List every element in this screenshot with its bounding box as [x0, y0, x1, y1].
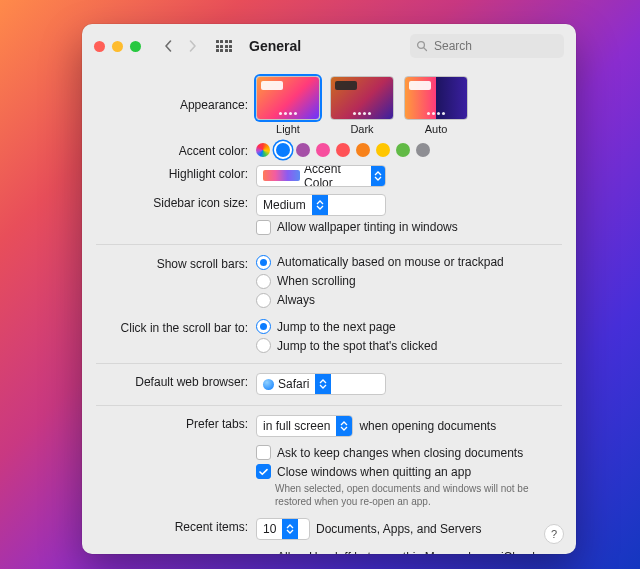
chevron-updown-icon [336, 416, 352, 436]
appearance-caption: Auto [425, 123, 448, 135]
radio-label: Jump to the next page [277, 320, 396, 334]
appearance-thumb-auto [404, 76, 468, 120]
highlight-swatch-icon [263, 170, 300, 181]
divider [96, 244, 562, 245]
accent-label: Accent color: [96, 142, 256, 158]
radio-label: Always [277, 293, 315, 307]
zoom-window-button[interactable] [130, 41, 141, 52]
divider [96, 363, 562, 364]
chevron-updown-icon [371, 166, 385, 186]
search-input[interactable] [432, 38, 558, 54]
wallpaper-tint-checkbox[interactable]: Allow wallpaper tinting in windows [256, 220, 562, 235]
scroll-bars-group: Automatically based on mouse or trackpad… [256, 255, 562, 308]
close-windows-label: Close windows when quitting an app [277, 465, 471, 479]
ask-keep-checkbox[interactable]: Ask to keep changes when closing documen… [256, 445, 562, 460]
highlight-select[interactable]: Accent Color [256, 165, 386, 187]
recent-items-suffix: Documents, Apps, and Servers [316, 522, 481, 536]
appearance-caption: Dark [350, 123, 373, 135]
recent-items-value: 10 [257, 522, 282, 536]
sidebar-icon-select[interactable]: Medium [256, 194, 386, 216]
forward-button[interactable] [181, 35, 203, 57]
accent-swatch[interactable] [336, 143, 350, 157]
accent-swatch[interactable] [356, 143, 370, 157]
appearance-caption: Light [276, 123, 300, 135]
radio-option[interactable]: Automatically based on mouse or trackpad [256, 255, 562, 270]
sidebar-icon-label: Sidebar icon size: [96, 194, 256, 210]
click-scroll-label: Click in the scroll bar to: [96, 319, 256, 335]
sidebar-icon-value: Medium [257, 198, 312, 212]
preferences-content: Appearance: Light Dark Auto [82, 68, 576, 554]
radio-label: Automatically based on mouse or trackpad [277, 255, 504, 269]
checkbox-icon [256, 464, 271, 479]
checkbox-icon [256, 220, 271, 235]
browser-value: Safari [278, 377, 309, 391]
scroll-bars-label: Show scroll bars: [96, 255, 256, 271]
chevron-updown-icon [282, 519, 298, 539]
desktop-wallpaper: General Appearance: Light [0, 0, 640, 569]
accent-swatch[interactable] [396, 143, 410, 157]
nav-buttons [157, 35, 203, 57]
prefer-tabs-value: in full screen [257, 419, 336, 433]
accent-swatches [256, 142, 562, 157]
appearance-option-auto[interactable]: Auto [404, 76, 468, 135]
preferences-window: General Appearance: Light [82, 24, 576, 554]
click-scroll-group: Jump to the next pageJump to the spot th… [256, 319, 562, 353]
radio-icon [256, 319, 271, 334]
radio-option[interactable]: When scrolling [256, 274, 562, 289]
close-window-button[interactable] [94, 41, 105, 52]
radio-option[interactable]: Jump to the next page [256, 319, 562, 334]
highlight-value: Accent Color [304, 165, 365, 187]
recent-items-label: Recent items: [96, 518, 256, 534]
help-button[interactable]: ? [544, 524, 564, 544]
default-browser-label: Default web browser: [96, 373, 256, 389]
wallpaper-tint-label: Allow wallpaper tinting in windows [277, 220, 458, 234]
accent-swatch[interactable] [276, 143, 290, 157]
back-button[interactable] [157, 35, 179, 57]
svg-line-1 [424, 48, 427, 51]
window-controls [94, 41, 141, 52]
accent-swatch[interactable] [416, 143, 430, 157]
accent-swatch[interactable] [256, 143, 270, 157]
radio-option[interactable]: Always [256, 293, 562, 308]
radio-icon [256, 293, 271, 308]
radio-option[interactable]: Jump to the spot that's clicked [256, 338, 562, 353]
radio-icon [256, 338, 271, 353]
appearance-label: Appearance: [96, 76, 256, 112]
prefer-tabs-label: Prefer tabs: [96, 415, 256, 431]
handoff-label: Allow Handoff between this Mac and your … [277, 550, 562, 555]
radio-icon [256, 274, 271, 289]
accent-swatch[interactable] [376, 143, 390, 157]
appearance-thumb-light [256, 76, 320, 120]
divider [96, 405, 562, 406]
appearance-option-dark[interactable]: Dark [330, 76, 394, 135]
prefer-tabs-suffix: when opening documents [359, 419, 496, 433]
window-titlebar: General [82, 24, 576, 68]
search-icon [416, 40, 428, 52]
safari-icon [263, 379, 274, 390]
chevron-updown-icon [315, 374, 331, 394]
chevron-updown-icon [312, 195, 328, 215]
accent-swatch[interactable] [316, 143, 330, 157]
show-all-button[interactable] [213, 35, 235, 57]
default-browser-select[interactable]: Safari [256, 373, 386, 395]
radio-icon [256, 255, 271, 270]
window-title: General [249, 38, 301, 54]
radio-label: When scrolling [277, 274, 356, 288]
accent-swatch[interactable] [296, 143, 310, 157]
appearance-option-light[interactable]: Light [256, 76, 320, 135]
radio-label: Jump to the spot that's clicked [277, 339, 437, 353]
highlight-label: Highlight color: [96, 165, 256, 181]
recent-items-select[interactable]: 10 [256, 518, 310, 540]
minimize-window-button[interactable] [112, 41, 123, 52]
ask-keep-label: Ask to keep changes when closing documen… [277, 446, 523, 460]
close-windows-hint: When selected, open documents and window… [275, 483, 562, 508]
handoff-checkbox[interactable]: Allow Handoff between this Mac and your … [256, 550, 562, 555]
close-windows-checkbox[interactable]: Close windows when quitting an app [256, 464, 562, 479]
search-field[interactable] [410, 34, 564, 58]
prefer-tabs-select[interactable]: in full screen [256, 415, 353, 437]
appearance-thumb-dark [330, 76, 394, 120]
checkbox-icon [256, 445, 271, 460]
